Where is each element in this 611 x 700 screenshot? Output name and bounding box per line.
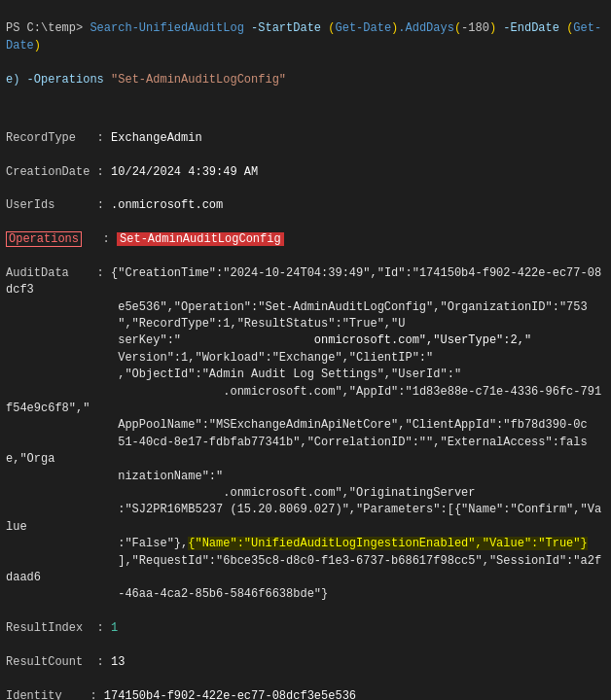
cmd-param2: -EndDate [503, 21, 559, 35]
identity-value: 174150b4-f902-422e-ec77-08dcf3e5e536 [104, 689, 356, 700]
operations-value: Set-AdminAuditLogConfig [117, 232, 284, 246]
recordtype-value: ExchangeAdmin [111, 131, 202, 145]
resultindex-label: ResultIndex [6, 621, 83, 635]
ps-prompt: PS C:\temp> [6, 21, 90, 35]
cmd-name: Search-UnifiedAuditLog [90, 21, 243, 35]
record1-identity: Identity : 174150b4-f902-422e-ec77-08dcf… [6, 688, 605, 700]
auditdata-label: AuditData [6, 266, 69, 280]
auditdata-value: {"CreationTime":"2024-10-24T04:39:49","I… [6, 266, 601, 601]
userids-value: .onmicrosoft.com [111, 198, 223, 212]
creationdate-value: 10/24/2024 4:39:49 AM [111, 165, 258, 179]
record1-creationdate: CreationDate : 10/24/2024 4:39:49 AM [6, 164, 605, 181]
operations-label: Operations [6, 231, 82, 247]
cmd-adddays: .AddDays [398, 21, 454, 35]
cmd-paren6: ) [34, 39, 41, 52]
resultcount-value: 13 [111, 655, 125, 669]
cmd-paren3: ( [454, 21, 461, 35]
cmd-paren4: ) [489, 21, 496, 35]
cmd-param1: -StartDate [251, 21, 321, 35]
cmd-param3: e) -Operations [6, 73, 104, 87]
resultindex-value: 1 [111, 621, 118, 635]
cmd-value3: "Set-AdminAuditLogConfig" [111, 73, 286, 87]
record1-recordtype: RecordType : ExchangeAdmin [6, 130, 605, 147]
record1-auditdata: AuditData : {"CreationTime":"2024-10-24T… [6, 265, 605, 604]
command-line2: e) -Operations "Set-AdminAuditLogConfig" [6, 72, 605, 88]
command-line: PS C:\temp> Search-UnifiedAuditLog -Star… [6, 20, 605, 54]
record1-operations: Operations : Set-AdminAuditLogConfig [6, 231, 605, 248]
cmd-get-date1: Get-Date [335, 21, 391, 35]
recordtype-label: RecordType [6, 131, 76, 145]
terminal-window: PS C:\temp> Search-UnifiedAuditLog -Star… [0, 0, 611, 700]
userids-label: UserIds [6, 198, 54, 212]
record1-resultindex: ResultIndex : 1 [6, 620, 605, 637]
record1-userids: UserIds : .onmicrosoft.com [6, 197, 605, 214]
creationdate-label: CreationDate [6, 165, 90, 179]
resultcount-label: ResultCount [6, 655, 83, 669]
identity-label: Identity [6, 689, 62, 700]
record1-resultcount: ResultCount : 13 [6, 654, 605, 671]
